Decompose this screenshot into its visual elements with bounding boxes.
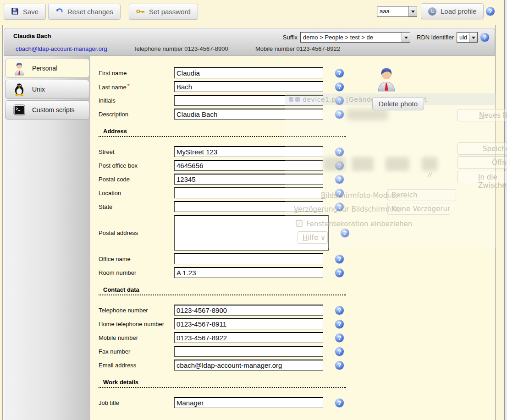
key-icon	[136, 8, 145, 16]
chevron-down-icon[interactable]	[408, 6, 417, 16]
account-email-link[interactable]: cbach@ldap-account-manager.org	[16, 45, 107, 52]
mobile-number-label: Mobile number	[99, 334, 174, 341]
tab-unix[interactable]: Unix	[5, 80, 89, 99]
help-icon[interactable]: ?	[486, 7, 495, 16]
fax-number-input[interactable]	[174, 346, 323, 357]
help-icon[interactable]: ?	[335, 189, 344, 197]
profile-select-value: aaa	[377, 6, 408, 16]
rdn-select[interactable]: uid	[457, 32, 478, 43]
street-input[interactable]	[174, 146, 323, 157]
help-icon[interactable]: ?	[335, 175, 344, 184]
help-icon[interactable]: ?	[335, 202, 344, 211]
page-right-border	[495, 25, 496, 420]
location-input[interactable]	[174, 187, 323, 198]
person-icon	[12, 61, 26, 76]
tab-personal-label: Personal	[32, 65, 57, 72]
help-icon[interactable]: ?	[335, 333, 344, 342]
field-row-fax-number: Fax number ?	[99, 346, 495, 357]
street-label: Street	[99, 148, 174, 155]
initials-input[interactable]	[174, 95, 323, 106]
office-name-input[interactable]	[174, 253, 323, 264]
telephone-number-input[interactable]	[174, 305, 323, 316]
postal-code-input[interactable]	[174, 174, 323, 185]
description-input[interactable]	[174, 109, 323, 120]
postal-address-textarea[interactable]	[174, 215, 329, 251]
help-icon[interactable]: ?	[335, 161, 344, 170]
user-photo-avatar	[376, 65, 427, 94]
job-title-input[interactable]	[174, 397, 323, 408]
room-number-label: Room number	[99, 269, 174, 276]
field-row-mobile-number: Mobile number ?	[99, 332, 495, 343]
account-header: Claudia Bach Suffix demo > People > test…	[4, 28, 495, 56]
help-icon[interactable]: ?	[335, 361, 344, 370]
save-button[interactable]: Save	[4, 4, 46, 20]
delete-photo-button[interactable]: Delete photo	[372, 97, 424, 110]
field-row-last-name: Last name* ?	[99, 81, 495, 92]
initials-label: Initials	[99, 97, 174, 104]
state-input[interactable]	[174, 201, 323, 212]
room-number-input[interactable]	[174, 267, 323, 278]
field-row-street: Street ?	[99, 146, 495, 157]
help-icon[interactable]: ?	[335, 255, 344, 263]
load-profile-button[interactable]: ↻ Load profile	[421, 3, 484, 19]
reset-changes-label: Reset changes	[67, 8, 113, 16]
telephone-number-label: Telephone number	[99, 307, 174, 314]
tab-custom-scripts[interactable]: Custom scripts	[5, 100, 89, 120]
field-row-email-address: Email address ?	[99, 360, 495, 371]
field-row-description: Description ?	[99, 109, 495, 120]
help-icon[interactable]: ?	[335, 69, 344, 77]
fax-number-label: Fax number	[99, 348, 174, 355]
refresh-circle-icon: ↻	[428, 7, 436, 16]
required-marker: *	[127, 82, 130, 89]
home-telephone-number-input[interactable]	[174, 318, 323, 329]
chevron-down-icon[interactable]	[469, 33, 477, 42]
rdn-select-value: uid	[457, 33, 469, 42]
email-address-input[interactable]	[174, 360, 323, 371]
office-name-label: Office name	[99, 256, 174, 262]
help-icon[interactable]: ?	[335, 82, 344, 91]
email-address-label: Email address	[99, 362, 174, 369]
browser-scrollbar[interactable]	[504, 0, 507, 420]
account-mobile-text: Mobile number 0123-4567-8922	[255, 45, 340, 52]
save-button-label: Save	[23, 8, 39, 16]
help-icon[interactable]: ?	[335, 398, 344, 407]
help-icon[interactable]: ?	[335, 306, 344, 315]
field-row-location: Location ?	[99, 187, 495, 198]
last-name-input[interactable]	[174, 81, 323, 92]
chevron-down-icon[interactable]	[402, 33, 410, 42]
set-password-label: Set password	[149, 8, 191, 16]
field-row-post-office-box: Post office box ?	[99, 160, 495, 171]
tab-unix-label: Unix	[32, 86, 45, 93]
profile-select[interactable]: aaa	[377, 6, 417, 17]
field-row-job-title: Job title ?	[99, 397, 495, 408]
postal-address-label: Postal address	[99, 229, 174, 236]
help-icon[interactable]: ?	[480, 33, 489, 42]
post-office-box-input[interactable]	[174, 160, 323, 171]
field-row-initials: Initials ?	[99, 95, 495, 106]
help-icon[interactable]: ?	[335, 320, 344, 328]
field-row-home-telephone-number: Home telephone number ?	[99, 318, 495, 329]
field-row-telephone-number: Telephone number ?	[99, 305, 495, 316]
first-name-input[interactable]	[174, 67, 323, 78]
help-icon[interactable]: ?	[335, 147, 344, 156]
postal-code-label: Postal code	[99, 176, 174, 183]
mobile-number-input[interactable]	[174, 332, 323, 343]
help-icon[interactable]: ?	[335, 110, 344, 119]
undo-arrow-icon	[55, 7, 63, 16]
help-icon[interactable]: ?	[335, 96, 344, 105]
reset-changes-button[interactable]: Reset changes	[48, 4, 121, 20]
tab-personal[interactable]: Personal	[5, 59, 89, 78]
set-password-button[interactable]: Set password	[129, 4, 198, 20]
lam-account-edit-page: Save Reset changes Set password aaa ↻ Lo…	[0, 0, 507, 420]
help-icon[interactable]: ?	[335, 347, 344, 356]
post-office-box-label: Post office box	[99, 162, 174, 169]
help-icon[interactable]: ?	[335, 268, 344, 277]
field-row-room-number: Room number ?	[99, 267, 495, 278]
load-profile-label: Load profile	[441, 7, 476, 15]
rdn-label: RDN identifier	[417, 34, 454, 41]
suffix-select[interactable]: demo > People > test > de	[300, 32, 410, 43]
help-icon[interactable]: ?	[341, 229, 349, 237]
account-title: Claudia Bach	[13, 33, 51, 39]
personal-form: First name ? Last name* ? Initials ? Des…	[90, 56, 495, 420]
last-name-label: Last name	[99, 84, 127, 91]
